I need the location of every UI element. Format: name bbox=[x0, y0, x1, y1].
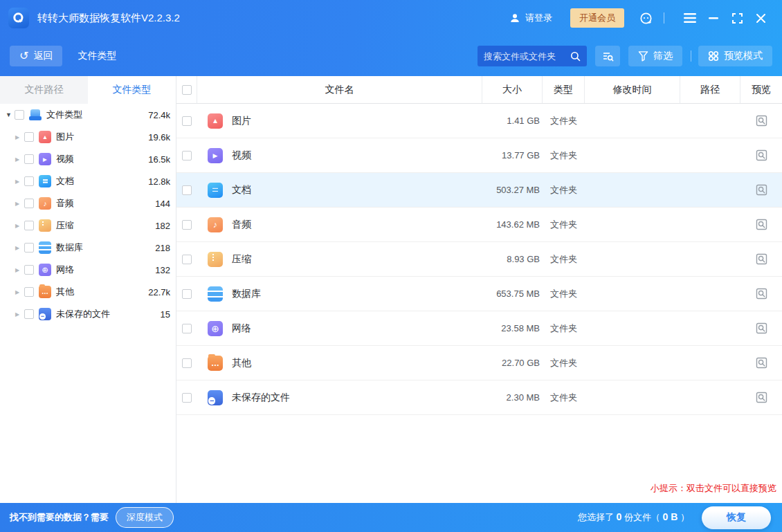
tree-item[interactable]: ▶音频144 bbox=[0, 192, 176, 214]
menu-icon[interactable] bbox=[681, 9, 699, 27]
checkbox[interactable] bbox=[182, 393, 192, 403]
deep-mode-button[interactable]: 深度模式 bbox=[116, 507, 174, 528]
tree-item[interactable]: ▶其他22.7k bbox=[0, 281, 176, 303]
column-header-filename[interactable]: 文件名 bbox=[197, 76, 482, 103]
checkbox[interactable] bbox=[24, 287, 34, 297]
expand-arrow-icon[interactable]: ▶ bbox=[15, 201, 24, 207]
column-header-preview[interactable]: 预览 bbox=[740, 76, 782, 103]
column-header-path[interactable]: 路径 bbox=[680, 76, 740, 103]
row-checkbox-cell bbox=[176, 151, 197, 160]
tree-item[interactable]: ▶网络132 bbox=[0, 259, 176, 281]
tree-item[interactable]: ▶未保存的文件15 bbox=[0, 303, 176, 325]
checkbox[interactable] bbox=[15, 110, 24, 120]
zip-icon bbox=[208, 252, 223, 267]
file-size: 23.58 MB bbox=[482, 323, 543, 333]
table-row[interactable]: 音频143.62 MB文件夹 bbox=[176, 208, 782, 242]
tree-item[interactable]: ▶数据库218 bbox=[0, 237, 176, 259]
tab-file-path[interactable]: 文件路径 bbox=[0, 76, 88, 104]
preview-button[interactable] bbox=[753, 355, 770, 372]
preview-button[interactable] bbox=[753, 286, 770, 302]
search-input[interactable] bbox=[484, 51, 570, 62]
expand-arrow-icon[interactable]: ▶ bbox=[15, 134, 24, 140]
checkbox[interactable] bbox=[24, 176, 34, 186]
expand-arrow-icon[interactable]: ▶ bbox=[15, 289, 24, 295]
table-row[interactable]: 数据库653.75 MB文件夹 bbox=[176, 277, 782, 311]
column-header-type[interactable]: 类型 bbox=[543, 76, 585, 103]
checkbox[interactable] bbox=[24, 132, 34, 142]
table-row[interactable]: 压缩8.93 GB文件夹 bbox=[176, 242, 782, 277]
user-icon bbox=[509, 12, 520, 24]
recover-button[interactable]: 恢复 bbox=[702, 506, 771, 529]
preview-button[interactable] bbox=[753, 320, 770, 337]
expand-arrow-icon[interactable]: ▶ bbox=[15, 245, 24, 251]
column-header-modified[interactable]: 修改时间 bbox=[585, 76, 680, 103]
tree-item-label: 音频 bbox=[56, 197, 74, 210]
filter-button[interactable]: 筛选 bbox=[628, 46, 682, 66]
expand-arrow-icon[interactable]: ▶ bbox=[15, 178, 24, 185]
doc-icon bbox=[208, 183, 223, 198]
tree-item[interactable]: ▼文件类型72.4k bbox=[0, 104, 176, 126]
checkbox[interactable] bbox=[24, 154, 34, 164]
checkbox[interactable] bbox=[182, 185, 192, 195]
expand-arrow-icon[interactable]: ▶ bbox=[15, 156, 24, 163]
table-row[interactable]: 未保存的文件2.30 MB文件夹 bbox=[176, 380, 782, 415]
selection-size: 0 B bbox=[663, 511, 678, 522]
preview-button[interactable] bbox=[753, 147, 770, 164]
checkbox[interactable] bbox=[182, 255, 192, 264]
preview-button[interactable] bbox=[753, 217, 770, 233]
expand-arrow-icon[interactable]: ▶ bbox=[15, 311, 24, 318]
table-row[interactable]: 图片1.41 GB文件夹 bbox=[176, 104, 782, 138]
minimize-button[interactable] bbox=[704, 9, 722, 27]
tab-file-type[interactable]: 文件类型 bbox=[88, 76, 176, 104]
tree-item-label: 网络 bbox=[56, 264, 74, 276]
file-size-cell: 503.27 MB bbox=[482, 185, 543, 195]
back-button[interactable]: ↺ 返回 bbox=[10, 46, 62, 66]
table-row[interactable]: 视频13.77 GB文件夹 bbox=[176, 138, 782, 173]
back-icon: ↺ bbox=[19, 51, 28, 62]
close-button[interactable] bbox=[752, 9, 770, 27]
file-size-cell: 22.70 GB bbox=[482, 358, 543, 368]
file-type: 文件夹 bbox=[543, 115, 585, 127]
tree-item[interactable]: ▶视频16.5k bbox=[0, 148, 176, 170]
file-type: 文件夹 bbox=[543, 392, 585, 404]
tree-item[interactable]: ▶压缩182 bbox=[0, 214, 176, 237]
preview-button[interactable] bbox=[753, 113, 770, 129]
checkbox[interactable] bbox=[24, 199, 34, 208]
tree-item-label: 其他 bbox=[56, 286, 74, 298]
expand-arrow-icon[interactable]: ▶ bbox=[15, 223, 24, 229]
expand-arrow-icon[interactable]: ▶ bbox=[15, 267, 24, 273]
checkbox[interactable] bbox=[182, 358, 192, 368]
preview-button[interactable] bbox=[753, 251, 770, 268]
checkbox[interactable] bbox=[182, 116, 192, 126]
maximize-button[interactable] bbox=[728, 9, 746, 27]
checkbox[interactable] bbox=[182, 289, 192, 299]
checkbox[interactable] bbox=[24, 221, 34, 230]
checkbox[interactable] bbox=[24, 309, 34, 319]
preview-button[interactable] bbox=[753, 182, 770, 199]
customer-service-icon[interactable] bbox=[639, 12, 653, 25]
file-name: 数据库 bbox=[232, 288, 261, 300]
checkbox[interactable] bbox=[24, 265, 34, 275]
tree-item[interactable]: ▶文档12.8k bbox=[0, 170, 176, 192]
table-row[interactable]: 其他22.70 GB文件夹 bbox=[176, 346, 782, 380]
select-all-cell bbox=[176, 76, 197, 103]
checkbox[interactable] bbox=[182, 220, 192, 230]
checkbox[interactable] bbox=[182, 324, 192, 333]
file-name-cell: 文档 bbox=[197, 183, 482, 198]
preview-mode-button[interactable]: 预览模式 bbox=[698, 46, 772, 66]
column-header-size[interactable]: 大小 bbox=[482, 76, 543, 103]
table-row[interactable]: 文档503.27 MB文件夹 bbox=[176, 173, 782, 208]
table-row[interactable]: 网络23.58 MB文件夹 bbox=[176, 311, 782, 346]
deep-scan-prompt: 找不到需要的数据？需要 bbox=[10, 511, 109, 524]
file-size: 1.41 GB bbox=[482, 116, 543, 126]
checkbox[interactable] bbox=[182, 151, 192, 160]
collapse-arrow-icon[interactable]: ▼ bbox=[6, 111, 15, 118]
login-button[interactable]: 请登录 bbox=[509, 12, 552, 24]
search-in-results-button[interactable] bbox=[595, 46, 620, 66]
vip-button[interactable]: 开通会员 bbox=[570, 8, 624, 28]
tree-item[interactable]: ▶图片19.6k bbox=[0, 126, 176, 148]
preview-button[interactable] bbox=[753, 389, 770, 406]
search-icon[interactable] bbox=[570, 51, 581, 62]
select-all-checkbox[interactable] bbox=[182, 85, 192, 95]
checkbox[interactable] bbox=[24, 243, 34, 253]
